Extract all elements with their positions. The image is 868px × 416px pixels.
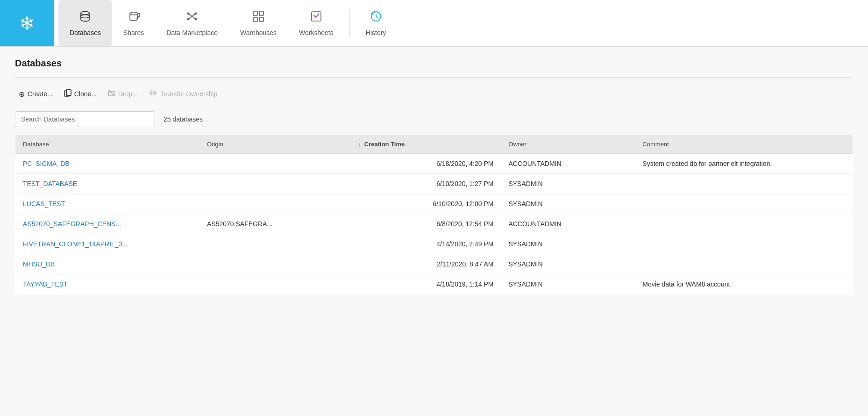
cell-origin-3: AS52070.SAFEGRA...	[199, 214, 350, 234]
nav-item-shares[interactable]: Shares	[112, 0, 155, 46]
cell-creation-3: 6/8/2020, 12:54 PM	[350, 214, 501, 234]
svg-point-2	[130, 12, 137, 15]
data-marketplace-nav-icon	[185, 10, 199, 26]
table-row: AS52070_SAFEGRAPH_CENS... AS52070.SAFEGR…	[15, 214, 853, 234]
databases-table: Database Origin ↓ Creation Time Owner Co…	[15, 135, 853, 294]
nav-databases-label: Databases	[70, 29, 101, 36]
cell-owner-0: ACCOUNTADMIN	[501, 154, 635, 174]
svg-rect-18	[66, 90, 71, 95]
nav-warehouses-label: Warehouses	[240, 29, 277, 36]
main-nav: Databases Shares	[54, 0, 402, 46]
page-title: Databases	[15, 58, 853, 69]
nav-item-history[interactable]: History	[355, 0, 398, 46]
cell-database-1: TEST_DATABASE	[15, 174, 199, 194]
clone-label: Clone...	[74, 90, 97, 98]
cell-comment-5	[635, 254, 853, 274]
cell-creation-6: 4/18/2019, 1:14 PM	[350, 274, 501, 294]
nav-marketplace-label: Data Marketplace	[166, 29, 218, 36]
database-link-6[interactable]: TAYYAB_TEST	[23, 280, 68, 288]
svg-rect-11	[253, 11, 257, 15]
page-divider	[15, 77, 853, 78]
table-row: LUCAS_TEST 6/10/2020, 12:00 PM SYSADMIN	[15, 194, 853, 214]
cell-database-3: AS52070_SAFEGRAPH_CENS...	[15, 214, 199, 234]
svg-rect-14	[259, 17, 263, 22]
cell-owner-5: SYSADMIN	[501, 254, 635, 274]
clone-button[interactable]: Clone...	[60, 87, 100, 101]
cell-database-5: MHSU_DB	[15, 254, 199, 274]
transfer-icon	[149, 89, 157, 99]
cell-creation-4: 4/14/2020, 2:49 PM	[350, 234, 501, 254]
cell-origin-1	[199, 174, 350, 194]
drop-button[interactable]: Drop...	[104, 87, 142, 101]
cell-comment-2	[635, 194, 853, 214]
table-header-row: Database Origin ↓ Creation Time Owner Co…	[15, 135, 853, 154]
col-header-owner[interactable]: Owner	[501, 135, 635, 154]
create-label: Create...	[28, 90, 53, 98]
nav-item-data-marketplace[interactable]: Data Marketplace	[155, 0, 229, 46]
svg-point-7	[187, 13, 190, 15]
cell-database-2: LUCAS_TEST	[15, 194, 199, 214]
cell-origin-2	[199, 194, 350, 214]
database-link-0[interactable]: PC_SIGMA_DB	[23, 160, 70, 167]
drop-icon	[108, 89, 115, 99]
col-header-database[interactable]: Database	[15, 135, 199, 154]
svg-point-0	[81, 12, 89, 15]
create-button[interactable]: ⊕ Create...	[15, 87, 57, 101]
cell-origin-0	[199, 154, 350, 174]
shares-nav-icon	[127, 10, 140, 26]
cell-creation-0: 6/18/2020, 4:20 PM	[350, 154, 501, 174]
snowflake-logo-icon: ❄	[19, 13, 35, 34]
svg-point-9	[195, 13, 197, 15]
create-icon: ⊕	[19, 90, 25, 99]
cell-comment-0: System created db for partner elt integr…	[635, 154, 853, 174]
nav-item-warehouses[interactable]: Warehouses	[229, 0, 288, 46]
transfer-ownership-button[interactable]: Transfer Ownership	[145, 87, 221, 101]
svg-rect-13	[253, 17, 257, 22]
nav-item-databases[interactable]: Databases	[58, 0, 112, 46]
cell-creation-2: 6/10/2020, 12:00 PM	[350, 194, 501, 214]
sort-arrow-icon: ↓	[358, 141, 361, 148]
search-row: 25 databases	[15, 111, 853, 127]
cell-database-0: PC_SIGMA_DB	[15, 154, 199, 174]
nav-history-label: History	[366, 29, 386, 36]
database-count: 25 databases	[164, 115, 203, 123]
cell-owner-3: ACCOUNTADMIN	[501, 214, 635, 234]
page-content: Databases ⊕ Create... Clone...	[0, 47, 868, 416]
svg-point-1	[81, 15, 89, 18]
clone-icon	[64, 89, 71, 99]
database-link-3[interactable]: AS52070_SAFEGRAPH_CENS...	[23, 220, 121, 228]
cell-database-4: FIVETRAN_CLONE1_14APRIL_3...	[15, 234, 199, 254]
cell-owner-1: SYSADMIN	[501, 174, 635, 194]
transfer-label: Transfer Ownership	[160, 90, 217, 98]
cell-comment-4	[635, 234, 853, 254]
cell-comment-6: Movie data for WAM8 account	[635, 274, 853, 294]
svg-point-8	[195, 18, 197, 21]
worksheets-nav-icon	[310, 10, 323, 26]
col-header-comment[interactable]: Comment	[635, 135, 853, 154]
table-row: MHSU_DB 2/11/2020, 8:47 AM SYSADMIN	[15, 254, 853, 274]
database-link-2[interactable]: LUCAS_TEST	[23, 200, 65, 208]
cell-origin-6	[199, 274, 350, 294]
table-row: FIVETRAN_CLONE1_14APRIL_3... 4/14/2020, …	[15, 234, 853, 254]
table-body: PC_SIGMA_DB 6/18/2020, 4:20 PM ACCOUNTAD…	[15, 154, 853, 294]
cell-origin-5	[199, 254, 350, 274]
database-link-5[interactable]: MHSU_DB	[23, 260, 55, 268]
col-header-creation-time[interactable]: ↓ Creation Time	[350, 135, 501, 154]
col-header-origin[interactable]: Origin	[199, 135, 350, 154]
cell-comment-1	[635, 174, 853, 194]
main-header: ❄ Databases	[0, 0, 868, 47]
databases-nav-icon	[78, 10, 92, 26]
search-input[interactable]	[15, 111, 155, 127]
nav-divider	[349, 9, 350, 37]
database-link-4[interactable]: FIVETRAN_CLONE1_14APRIL_3...	[23, 240, 128, 248]
database-link-1[interactable]: TEST_DATABASE	[23, 180, 77, 187]
cell-database-6: TAYYAB_TEST	[15, 274, 199, 294]
cell-owner-2: SYSADMIN	[501, 194, 635, 214]
table-row: TEST_DATABASE 6/10/2020, 1:27 PM SYSADMI…	[15, 174, 853, 194]
warehouses-nav-icon	[252, 10, 265, 26]
history-nav-icon	[370, 10, 383, 26]
logo-area: ❄	[0, 0, 54, 46]
table-header: Database Origin ↓ Creation Time Owner Co…	[15, 135, 853, 154]
nav-item-worksheets[interactable]: Worksheets	[288, 0, 345, 46]
cell-comment-3	[635, 214, 853, 234]
